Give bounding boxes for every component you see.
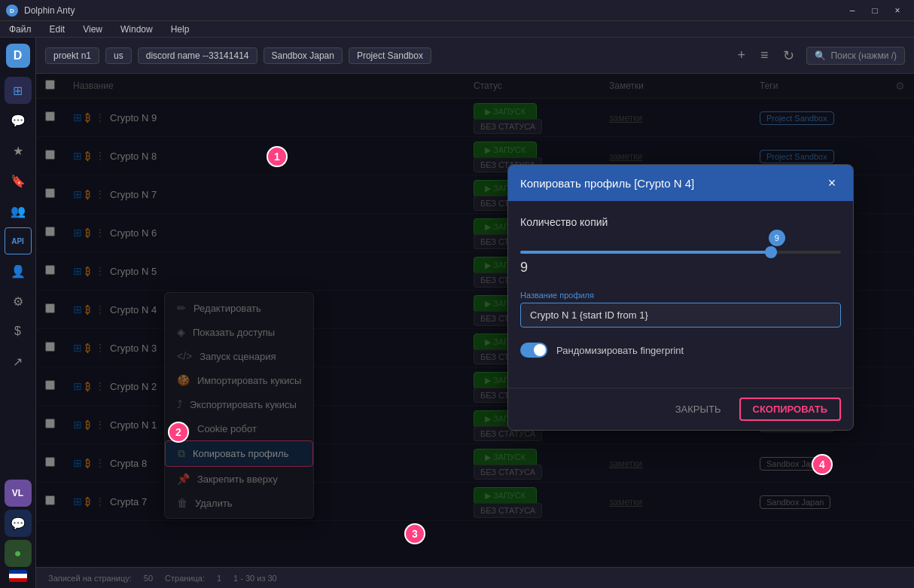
search-placeholder: Поиск (нажми /) bbox=[830, 50, 897, 61]
slider-thumb[interactable] bbox=[765, 246, 777, 258]
slider-numeric-value: 9 bbox=[520, 260, 841, 276]
sidebar-icon-chat[interactable]: 💬 bbox=[5, 107, 32, 134]
filter-btn[interactable]: ≡ bbox=[757, 44, 772, 66]
randomize-label: Рандомизировать fingerprint bbox=[556, 345, 684, 356]
tag-sandbox-japan[interactable]: Sandbox Japan bbox=[264, 47, 343, 64]
sidebar-icon-settings[interactable]: ⚙ bbox=[5, 288, 32, 315]
modal-footer: ЗАКРЫТЬ СКОПИРОВАТЬ bbox=[508, 388, 853, 430]
flag-icon[interactable] bbox=[9, 570, 27, 582]
modal-overlay[interactable]: Копировать профиль [Crypto N 4] × Количе… bbox=[36, 74, 914, 567]
sidebar-icon-bookmark[interactable]: 🔖 bbox=[5, 167, 32, 194]
tag-discord[interactable]: discord name --33141414 bbox=[138, 47, 257, 64]
search-box[interactable]: 🔍 Поиск (нажми /) bbox=[806, 47, 905, 65]
annotation-2: 2 bbox=[168, 422, 189, 443]
slider-fill bbox=[520, 251, 777, 254]
title-bar: D Dolphin Anty – □ × bbox=[0, 0, 914, 21]
table-container: Название Статус Заметки Теги ⚙ ⊞ ₿ ⋮ Cry… bbox=[36, 74, 914, 567]
menu-bar: Файл Edit View Window Help bbox=[0, 21, 914, 38]
tag-project-sandbox[interactable]: Project Sandbox bbox=[349, 47, 431, 64]
close-btn[interactable]: × bbox=[887, 3, 908, 18]
range-text: 1 - 30 из 30 bbox=[233, 574, 277, 583]
menu-edit[interactable]: Edit bbox=[47, 23, 69, 36]
copy-profile-modal: Копировать профиль [Crypto N 4] × Количе… bbox=[507, 164, 854, 431]
sidebar-icon-users[interactable]: 👥 bbox=[5, 197, 32, 224]
minimize-btn[interactable]: – bbox=[842, 3, 863, 18]
menu-help[interactable]: Help bbox=[168, 23, 193, 36]
annotation-1: 1 bbox=[267, 146, 288, 167]
toggle-row: Рандомизировать fingerprint bbox=[520, 343, 841, 358]
sidebar-icon-chat2[interactable]: 💬 bbox=[5, 510, 32, 537]
modal-close-text-btn[interactable]: ЗАКРЫТЬ bbox=[666, 399, 730, 419]
top-bar: proekt n1 us discord name --33141414 San… bbox=[36, 38, 914, 74]
menu-view[interactable]: View bbox=[80, 23, 105, 36]
sidebar-bottom: VL 💬 ● bbox=[5, 480, 32, 582]
app-layout: D ⊞ 💬 ★ 🔖 👥 API 👤 ⚙ $ ↗ VL 💬 ● proekt n1… bbox=[0, 38, 914, 588]
sidebar-icon-grid[interactable]: ⊞ bbox=[5, 77, 32, 104]
sidebar-icon-user[interactable]: 👤 bbox=[5, 257, 32, 285]
profile-name-input[interactable] bbox=[520, 303, 841, 328]
bottom-bar: Запиcей на страницу: 50 Страница: 1 1 - … bbox=[36, 567, 914, 588]
modal-body: Количество копий 9 9 bbox=[508, 201, 853, 388]
slider-value-bubble: 9 bbox=[769, 230, 785, 246]
modal-title: Копировать профиль [Crypto N 4] bbox=[520, 177, 694, 190]
randomize-toggle[interactable] bbox=[520, 343, 547, 358]
sidebar-avatar[interactable]: VL bbox=[5, 480, 32, 507]
sidebar-icon-api[interactable]: API bbox=[5, 227, 32, 254]
app-title: Dolphin Anty bbox=[24, 5, 842, 16]
slider-track bbox=[520, 251, 841, 254]
tag-us[interactable]: us bbox=[105, 47, 132, 64]
svg-text:D: D bbox=[10, 8, 14, 14]
maximize-btn[interactable]: □ bbox=[864, 3, 885, 18]
records-value: 50 bbox=[144, 574, 153, 583]
window-controls: – □ × bbox=[842, 3, 908, 18]
modal-copy-btn[interactable]: СКОПИРОВАТЬ bbox=[739, 398, 842, 421]
modal-close-btn[interactable]: × bbox=[823, 174, 841, 192]
add-profile-btn[interactable]: + bbox=[734, 44, 748, 66]
annotation-4: 4 bbox=[812, 454, 833, 475]
records-label: Запиcей на страницу: bbox=[48, 574, 132, 583]
top-bar-actions: + ≡ ↻ 🔍 Поиск (нажми /) bbox=[734, 44, 905, 67]
annotation-3: 3 bbox=[404, 523, 425, 544]
page-value: 1 bbox=[217, 574, 221, 583]
page-label: Страница: bbox=[165, 574, 205, 583]
main-content: proekt n1 us discord name --33141414 San… bbox=[36, 38, 914, 588]
slider-section: Количество копий 9 9 bbox=[520, 216, 841, 276]
slider-container: 9 bbox=[520, 251, 841, 254]
sidebar-icon-status[interactable]: ● bbox=[5, 540, 32, 567]
app-icon: D bbox=[6, 5, 18, 17]
sidebar-icon-star[interactable]: ★ bbox=[5, 137, 32, 164]
sidebar-icon-export[interactable]: ↗ bbox=[5, 348, 32, 375]
modal-header: Копировать профиль [Crypto N 4] × bbox=[508, 165, 853, 201]
menu-file[interactable]: Файл bbox=[6, 23, 35, 36]
profile-name-section: Название профиля bbox=[520, 291, 841, 328]
search-icon: 🔍 bbox=[815, 50, 826, 61]
sidebar-logo: D bbox=[6, 44, 30, 68]
refresh-btn[interactable]: ↻ bbox=[780, 44, 797, 67]
slider-count-label: Количество копий bbox=[520, 216, 841, 228]
sidebar-icon-dollar[interactable]: $ bbox=[5, 318, 32, 345]
profile-name-label: Название профиля bbox=[520, 291, 841, 300]
sidebar: D ⊞ 💬 ★ 🔖 👥 API 👤 ⚙ $ ↗ VL 💬 ● bbox=[0, 38, 36, 588]
tag-proekt[interactable]: proekt n1 bbox=[45, 47, 99, 64]
menu-window[interactable]: Window bbox=[117, 23, 156, 36]
